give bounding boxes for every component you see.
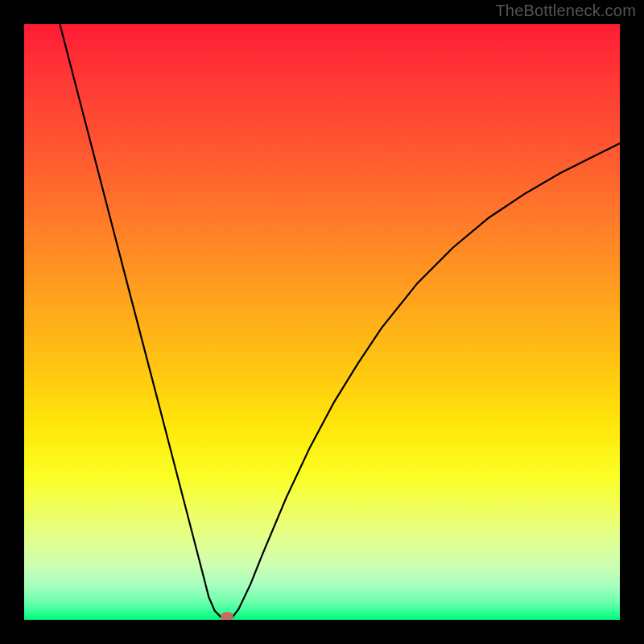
chart-frame: TheBottleneck.com	[0, 0, 644, 644]
plot-area	[24, 24, 620, 620]
bottleneck-curve	[24, 24, 620, 620]
curve-path	[60, 24, 620, 617]
optimal-point-marker	[221, 612, 233, 620]
watermark-label: TheBottleneck.com	[495, 2, 636, 20]
